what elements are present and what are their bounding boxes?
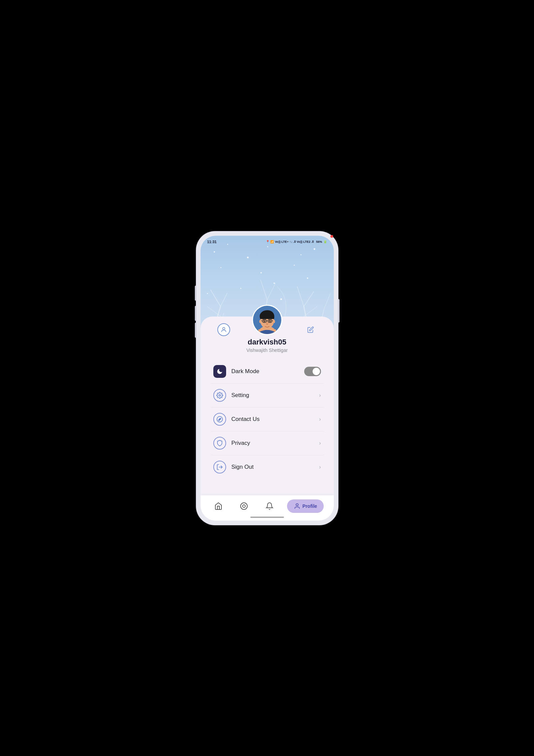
bottom-nav: Profile — [201, 495, 334, 521]
svg-line-1 — [210, 290, 220, 306]
svg-point-32 — [217, 416, 222, 422]
dark-mode-icon — [213, 365, 226, 378]
svg-point-25 — [263, 320, 265, 322]
signout-arrow: › — [319, 464, 321, 470]
menu-item-setting[interactable]: Setting › — [211, 384, 324, 407]
contact-icon-wrap — [213, 413, 226, 426]
toggle-knob — [313, 368, 320, 375]
status-icons: 📍 📶 Vo)) LTE+ ↑↓ .ll Vo)) LTE2 .ll 56% 🔋 — [266, 240, 327, 243]
svg-line-10 — [304, 291, 314, 306]
edit-profile-button[interactable] — [304, 323, 317, 336]
avatar[interactable] — [252, 305, 282, 335]
menu-item-sign-out[interactable]: Sign Out › — [211, 455, 324, 479]
phone-frame: 11:31 📍 📶 Vo)) LTE+ ↑↓ .ll Vo)) LTE2 .ll… — [197, 232, 338, 525]
svg-point-14 — [222, 327, 225, 330]
battery: 56% — [316, 240, 322, 243]
svg-line-6 — [260, 280, 267, 299]
menu-list: Dark Mode Setting — [211, 360, 324, 479]
svg-line-9 — [297, 286, 304, 306]
svg-line-2 — [220, 293, 227, 306]
svg-point-33 — [219, 419, 220, 420]
home-indicator — [250, 517, 284, 518]
full-name: Vishwajith Shettigar — [211, 348, 324, 353]
setting-icon-wrap — [213, 389, 226, 402]
battery-icon: 🔋 — [323, 240, 327, 243]
content-card: darkvish05 Vishwajith Shettigar Dark Mod… — [201, 317, 334, 521]
status-time: 11:31 — [207, 240, 217, 244]
nav-home[interactable] — [210, 499, 226, 513]
setting-label: Setting — [232, 392, 319, 399]
avatar-section — [211, 317, 324, 335]
svg-point-31 — [219, 394, 220, 396]
svg-line-11 — [304, 306, 317, 317]
nav-profile[interactable]: Profile — [287, 499, 324, 513]
svg-point-35 — [241, 503, 247, 510]
svg-point-29 — [259, 320, 261, 323]
dark-mode-label: Dark Mode — [232, 368, 304, 375]
contact-label: Contact Us — [232, 416, 319, 423]
svg-point-28 — [270, 320, 271, 321]
menu-item-dark-mode[interactable]: Dark Mode — [211, 360, 324, 384]
network-info: 📍 📶 Vo)) LTE+ ↑↓ .ll Vo)) LTE2 .ll — [266, 240, 314, 243]
svg-line-7 — [267, 283, 276, 300]
signout-label: Sign Out — [232, 464, 319, 470]
profile-nav-label: Profile — [302, 503, 317, 509]
toggle-switch[interactable] — [304, 367, 321, 376]
status-bar: 11:31 📍 📶 Vo)) LTE+ ↑↓ .ll Vo)) LTE2 .ll… — [201, 236, 334, 246]
nav-explore[interactable] — [236, 499, 252, 513]
svg-line-13 — [324, 293, 330, 310]
phone-screen: 11:31 📍 📶 Vo)) LTE+ ↑↓ .ll Vo)) LTE2 .ll… — [201, 236, 334, 521]
dark-mode-toggle[interactable] — [304, 367, 321, 376]
svg-point-27 — [264, 320, 265, 321]
menu-item-privacy[interactable]: Privacy › — [211, 431, 324, 455]
menu-item-contact-us[interactable]: Contact Us › — [211, 407, 324, 431]
privacy-icon-wrap — [213, 437, 226, 450]
svg-point-37 — [296, 504, 298, 506]
svg-point-30 — [273, 320, 275, 323]
setting-arrow: › — [319, 392, 321, 398]
privacy-arrow: › — [319, 440, 321, 446]
signout-icon-wrap — [213, 461, 226, 473]
avatar-icon-button[interactable] — [217, 323, 230, 336]
svg-line-24 — [272, 320, 273, 321]
svg-point-26 — [269, 320, 271, 322]
username: darkvish05 — [211, 338, 324, 347]
svg-point-36 — [243, 505, 245, 507]
nav-notifications[interactable] — [261, 499, 278, 513]
contact-arrow: › — [319, 416, 321, 422]
privacy-label: Privacy — [232, 440, 319, 447]
